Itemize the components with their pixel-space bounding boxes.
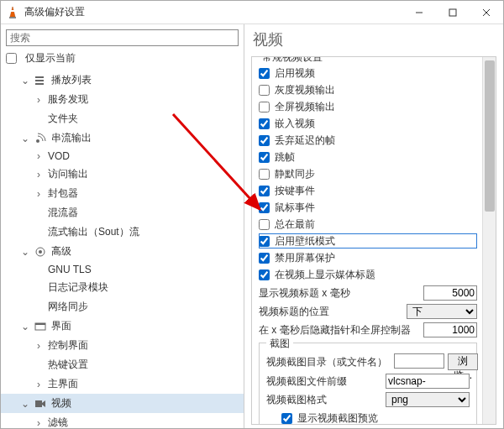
tree-item[interactable]: ›滤镜 [1,413,244,428]
general-video-group: 常规视频设置 启用视频 灰度视频输出 全屏视频输出 嵌入视频 丢弃延迟的帧 跳帧… [251,56,496,425]
interface-icon [34,321,46,332]
snapshot-prefix-label: 视频截图文件前缀 [266,374,347,389]
tree-item-video[interactable]: ⌄视频 [1,394,244,413]
tree-item[interactable]: ›VOD [1,148,244,165]
close-button[interactable] [470,1,503,24]
vlc-icon [6,6,19,19]
titlebar: 高级偏好设置 [1,1,503,24]
playlist-icon [34,75,46,86]
tree-item[interactable]: GNU TLS [1,261,244,278]
embed-video-checkbox[interactable] [259,118,270,129]
video-icon [34,398,46,410]
tree-item[interactable]: ›服务发现 [1,90,244,109]
tree-item[interactable]: ›控制界面 [1,336,244,355]
svg-rect-14 [35,400,42,407]
expand-icon: ⌄ [21,398,29,410]
always-top-checkbox[interactable] [259,219,270,230]
title-position-select[interactable]: 下 [407,304,477,319]
expand-icon: › [34,379,43,390]
enable-video-checkbox[interactable] [259,68,270,79]
option-label: 静默同步 [275,167,315,181]
option-label: 灰度视频输出 [275,83,335,97]
expand-icon: › [34,417,43,429]
option-label: 总在最前 [275,217,315,232]
page-title: 视频 [244,24,503,53]
tree-item-stream[interactable]: ⌄串流输出 [1,128,244,148]
search-container [6,29,239,46]
option-label: 按键事件 [275,184,315,198]
quiet-sync-checkbox[interactable] [259,169,270,180]
option-label: 启用壁纸模式 [275,234,335,249]
gear-icon [34,246,46,258]
left-panel: 仅显示当前 ⌄播放列表 ›服务发现 文件夹 ⌄串流输出 ›VOD ›访问输出 ›… [1,24,244,428]
expand-icon: › [34,150,43,162]
snapshot-group: 截图 视频截图目录（或文件名）浏览... 视频截图文件前缀 视频截图格式png … [259,343,477,425]
tree-item-playlist[interactable]: ⌄播放列表 [1,71,244,90]
svg-rect-6 [35,76,44,78]
tree-item[interactable]: ›主界面 [1,374,244,394]
group-label: 常规视频设置 [259,56,326,65]
only-current-checkbox[interactable] [6,53,17,64]
option-label: 全屏视频输出 [275,100,335,114]
tree-item[interactable]: 热键设置 [1,355,244,374]
svg-rect-0 [9,17,16,18]
mouse-events-checkbox[interactable] [259,202,270,213]
expand-icon: › [34,340,43,352]
show-media-title-checkbox[interactable] [259,269,270,280]
display-title-ms-label: 显示视频标题 x 毫秒 [259,286,350,301]
tree-item-interface[interactable]: ⌄界面 [1,317,244,336]
expand-icon: › [34,169,43,180]
fullscreen-checkbox[interactable] [259,102,270,112]
option-label: 在视频上显示媒体标题 [275,268,375,282]
expand-icon: ⌄ [21,75,29,86]
tree-item[interactable]: 网络同步 [1,297,244,317]
display-title-ms-spin[interactable] [423,285,477,301]
svg-point-11 [39,250,42,254]
tree-item[interactable]: 流式输出（Sout）流 [1,222,244,242]
stream-icon [34,133,46,144]
search-input[interactable] [6,29,239,46]
expand-icon: › [34,188,43,200]
scrollbar-thumb[interactable] [485,60,495,212]
title-position-label: 视频标题的位置 [259,305,329,319]
svg-point-9 [36,139,39,143]
snapshot-prefix-input[interactable] [386,374,470,389]
tree-item[interactable]: ›访问输出 [1,165,244,184]
right-panel: 视频 常规视频设置 启用视频 灰度视频输出 全屏视频输出 嵌入视频 丢弃延迟的帧… [244,24,503,428]
expand-icon: ⌄ [21,246,29,258]
option-label: 启用视频 [275,66,315,81]
tree-item[interactable]: ›封包器 [1,184,244,203]
snapshot-dir-input[interactable] [394,353,444,369]
snapshot-preview-checkbox[interactable] [281,413,292,424]
hide-pointer-spin[interactable] [423,322,477,337]
option-label: 丢弃延迟的帧 [275,133,335,148]
only-current-label: 仅显示当前 [25,51,76,65]
option-label: 鼠标事件 [275,201,315,215]
maximize-button[interactable] [436,1,470,24]
grayscale-checkbox[interactable] [259,85,270,96]
disable-screensaver-checkbox[interactable] [259,253,270,264]
scrollbar[interactable] [482,57,496,424]
browse-button[interactable]: 浏览... [448,353,478,370]
option-label: 禁用屏幕保护 [275,251,335,265]
option-label: 显示视频截图预览 [297,411,378,426]
option-label: 嵌入视频 [275,117,315,131]
expand-icon: › [34,94,43,106]
expand-icon: ⌄ [21,321,29,332]
tree-item[interactable]: 混流器 [1,203,244,222]
tree-item-advanced[interactable]: ⌄高级 [1,242,244,261]
svg-rect-8 [35,83,44,85]
wallpaper-mode-checkbox[interactable] [259,236,270,247]
tree-item[interactable]: 文件夹 [1,109,244,128]
svg-rect-7 [35,80,44,81]
tree-item[interactable]: 日志记录模块 [1,278,244,297]
drop-late-checkbox[interactable] [259,135,270,146]
expand-icon: ⌄ [21,133,29,144]
svg-rect-3 [449,9,456,16]
minimize-button[interactable] [402,1,436,24]
skip-frames-checkbox[interactable] [259,152,270,163]
key-events-checkbox[interactable] [259,186,270,196]
snapshot-format-select[interactable]: png [386,392,470,407]
preferences-tree[interactable]: ⌄播放列表 ›服务发现 文件夹 ⌄串流输出 ›VOD ›访问输出 ›封包器 混流… [1,69,244,428]
hide-pointer-label: 在 x 毫秒后隐藏指针和全屏控制器 [259,323,411,337]
